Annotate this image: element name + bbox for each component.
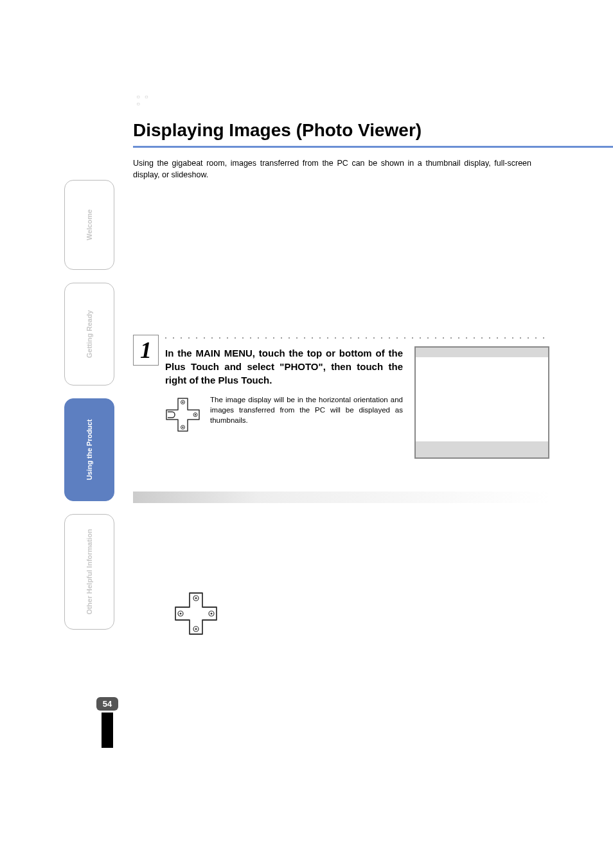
sidebar-tab-label: Welcome [85, 209, 93, 240]
side-navigation-tabs: Welcome Getting Ready Using the Product … [64, 180, 114, 642]
content-area: ○ ○○ Displaying Images (Photo Viewer) Us… [133, 100, 613, 459]
svg-point-3 [182, 427, 183, 428]
sidebar-tab-other-info[interactable]: Other Helpful Information [64, 514, 114, 630]
section-title: Displaying Images (Photo Viewer) [133, 100, 613, 141]
page-container: Welcome Getting Ready Using the Product … [0, 0, 613, 868]
page-number-bar [102, 713, 113, 748]
sidebar-tab-getting-ready[interactable]: Getting Ready [64, 283, 114, 385]
plus-touch-dpad-icon [173, 591, 218, 639]
svg-point-9 [195, 628, 197, 630]
plus-touch-dpad-icon [165, 397, 200, 435]
gradient-divider [133, 492, 551, 503]
device-screen-top-bar [416, 348, 548, 357]
step-detail-row: The image display will be in the horizon… [165, 394, 403, 435]
page-number: 54 [96, 697, 118, 711]
sidebar-tab-label: Other Helpful Information [85, 529, 93, 614]
step-body: In the MAIN MENU, touch the top or botto… [165, 346, 613, 459]
step-number: 1 [140, 337, 152, 364]
device-screen-bottom-bar [416, 441, 548, 457]
intro-paragraph: Using the gigabeat room, images transfer… [133, 157, 531, 181]
step-text-column: In the MAIN MENU, touch the top or botto… [165, 346, 403, 459]
svg-point-7 [195, 598, 197, 599]
page-number-container: 54 [96, 697, 118, 748]
title-bar: ○ ○○ Displaying Images (Photo Viewer) [133, 100, 613, 148]
svg-point-1 [182, 402, 183, 403]
svg-point-11 [180, 613, 182, 615]
svg-point-13 [211, 613, 213, 615]
svg-point-5 [195, 414, 196, 416]
step-number-box: 1 [133, 335, 159, 366]
step-detail-text: The image display will be in the horizon… [210, 394, 403, 425]
sidebar-tab-using-product[interactable]: Using the Product [64, 398, 114, 501]
step-heading: In the MAIN MENU, touch the top or botto… [165, 346, 403, 387]
sidebar-tab-label: Using the Product [85, 420, 93, 481]
step-1-section: 1 In the MAIN MENU, touch the top or bot… [133, 335, 613, 459]
device-screen-illustration [414, 346, 549, 459]
sidebar-tab-label: Getting Ready [85, 310, 93, 359]
dotted-separator [162, 335, 547, 341]
sidebar-tab-welcome[interactable]: Welcome [64, 180, 114, 270]
title-decoration-icon: ○ ○○ [136, 93, 150, 107]
